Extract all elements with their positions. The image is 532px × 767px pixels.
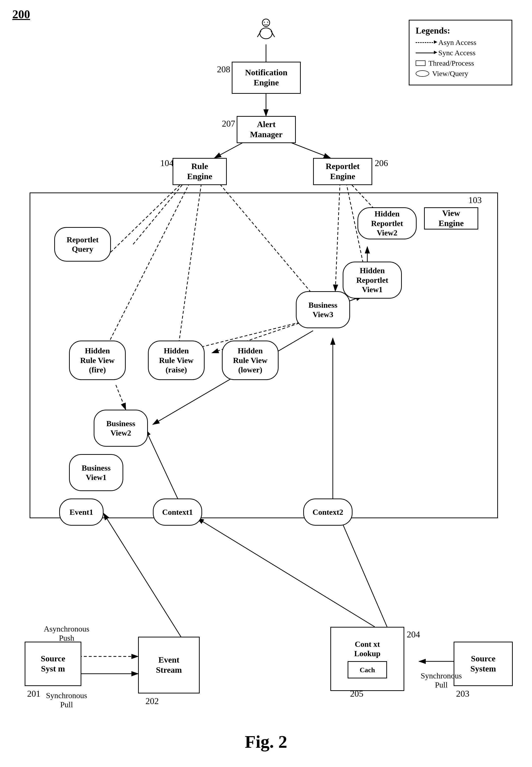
event1-box: Event1 — [59, 498, 104, 526]
legend-view-label: View/Query — [432, 69, 468, 78]
alert-manager-box: AlertManager — [237, 116, 296, 143]
legend-rect-shape — [416, 60, 426, 66]
person-icon — [255, 17, 277, 39]
sync-pull-left-label: SynchronousPull — [35, 691, 99, 709]
event-stream-box: EventStream — [138, 637, 200, 694]
legend-async-label: Asyn Access — [438, 38, 476, 47]
source-system-201-box: SourceSyst m — [25, 642, 81, 686]
diagram-number: 200 — [12, 7, 30, 21]
hidden-rule-view-lower-box: HiddenRule View(lower) — [222, 341, 279, 380]
context1-box: Context1 — [153, 498, 202, 526]
legend-oval-shape — [416, 70, 429, 77]
source-system-201-label: SourceSyst m — [41, 654, 65, 674]
view-engine-label: ViewEngine — [439, 208, 464, 229]
async-push-label: AsynchronousPush — [38, 624, 95, 643]
svg-point-36 — [267, 22, 268, 23]
reportlet-engine-label: ReportletEngine — [326, 161, 360, 181]
hidden-rule-view-fire-box: HiddenRule View(fire) — [69, 341, 126, 380]
reportlet-query-label: ReportletQuery — [67, 235, 99, 254]
context2-box: Context2 — [303, 498, 353, 526]
rule-engine-label: RuleEngine — [187, 161, 212, 181]
hidden-rule-view-fire-label: HiddenRule View(fire) — [80, 346, 115, 374]
business-view2-box: BusinessView2 — [94, 410, 148, 447]
legend-thread-label: Thread/Process — [428, 59, 474, 67]
business-view3-box: BusinessView3 — [296, 291, 350, 328]
notification-engine-label: NotificationEngine — [245, 68, 287, 88]
svg-point-35 — [264, 22, 265, 23]
cache-box: Cach — [348, 661, 387, 678]
context-lookup-label: Cont xtLookup — [354, 640, 381, 659]
hidden-reportlet-view2-box: HiddenReportletView2 — [357, 207, 417, 240]
notification-engine-box: NotificationEngine — [232, 62, 301, 94]
fig-label: Fig. 2 — [245, 732, 287, 752]
context-lookup-box: Cont xtLookup Cach — [330, 627, 404, 691]
event1-label: Event1 — [70, 507, 93, 517]
hidden-reportlet-view1-box: HiddenReportletView1 — [343, 262, 402, 299]
hidden-reportlet-view1-label: HiddenReportletView1 — [356, 266, 388, 294]
legend-solid-line — [416, 53, 435, 53]
event-stream-label: EventStream — [156, 655, 182, 675]
hidden-reportlet-view2-label: HiddenReportletView2 — [371, 209, 403, 238]
sync-pull-right-label: SynchronousPull — [409, 671, 473, 690]
num-104: 104 — [160, 158, 174, 168]
num-207: 207 — [222, 118, 235, 129]
legend-item-view: View/Query — [416, 69, 505, 78]
legend-item-sync: Sync Access — [416, 49, 505, 57]
num-208: 208 — [217, 64, 230, 74]
hidden-rule-view-raise-label: HiddenRule View(raise) — [159, 346, 194, 374]
business-view1-label: BusinessView1 — [82, 463, 110, 482]
num-206: 206 — [375, 158, 388, 168]
alert-manager-label: AlertManager — [250, 119, 283, 140]
legend-item-async: Asyn Access — [416, 38, 505, 47]
cache-label: Cach — [360, 666, 375, 674]
legend-item-thread: Thread/Process — [416, 59, 505, 67]
legend-box: Legends: Asyn Access Sync Access Thread/… — [409, 20, 512, 85]
num-103: 103 — [468, 195, 482, 205]
svg-line-4 — [214, 141, 247, 158]
svg-line-26 — [340, 518, 387, 627]
hidden-rule-view-lower-label: HiddenRule View(lower) — [233, 346, 267, 374]
context1-label: Context1 — [162, 507, 193, 517]
reportlet-engine-box: ReportletEngine — [313, 158, 372, 185]
num-204: 204 — [407, 629, 420, 640]
business-view3-label: BusinessView3 — [308, 300, 337, 319]
svg-point-32 — [260, 28, 272, 39]
svg-point-31 — [262, 19, 270, 26]
svg-line-28 — [197, 518, 375, 627]
svg-line-22 — [104, 513, 182, 639]
legend-title: Legends: — [416, 25, 505, 36]
reportlet-query-box: ReportletQuery — [54, 227, 111, 262]
business-view1-box: BusinessView1 — [69, 454, 123, 491]
hidden-rule-view-raise-box: HiddenRule View(raise) — [148, 341, 205, 380]
num-203: 203 — [456, 689, 469, 699]
context2-label: Context2 — [313, 507, 343, 517]
view-engine-box: ViewEngine — [424, 207, 478, 230]
rule-engine-box: RuleEngine — [173, 158, 227, 185]
source-system-203-label: SourceSystem — [470, 654, 496, 674]
legend-dashed-line — [416, 42, 435, 43]
svg-line-5 — [286, 141, 330, 158]
num-205: 205 — [350, 689, 363, 699]
business-view2-label: BusinessView2 — [106, 419, 135, 438]
legend-sync-label: Sync Access — [438, 49, 476, 57]
num-202: 202 — [145, 696, 159, 706]
diagram: 200 Legends: Asyn Access Sync Access Thr… — [0, 0, 532, 767]
